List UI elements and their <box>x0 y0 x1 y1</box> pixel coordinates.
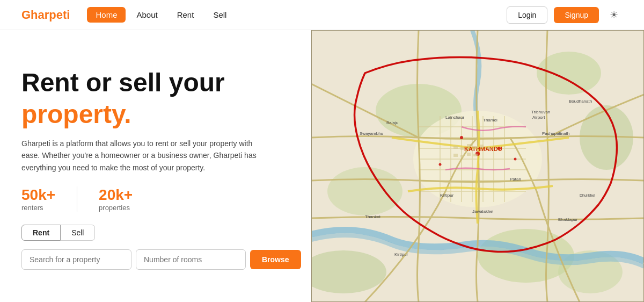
svg-rect-45 <box>453 146 458 149</box>
nav-sell[interactable]: Sell <box>204 7 235 23</box>
map-svg: KATHMANDU Pashupatinath Boudhanath Swaya… <box>311 30 644 302</box>
nav-about[interactable]: About <box>128 7 166 23</box>
svg-point-28 <box>514 158 517 161</box>
svg-rect-48 <box>473 146 478 149</box>
hero-title-line2: property. <box>21 99 290 129</box>
svg-text:Thankot: Thankot <box>365 214 381 219</box>
hero-title-line1: Rent or sell your <box>21 68 290 97</box>
login-button[interactable]: Login <box>507 6 547 24</box>
svg-point-25 <box>460 136 463 139</box>
svg-point-5 <box>327 167 402 215</box>
map-panel: KATHMANDU Pashupatinath Boudhanath Swaya… <box>311 30 644 302</box>
svg-rect-47 <box>467 144 471 147</box>
svg-rect-51 <box>453 154 458 157</box>
svg-text:Dhulikhel: Dhulikhel <box>580 193 595 197</box>
svg-text:Pashupatinath: Pashupatinath <box>542 131 569 136</box>
stat-renters-number: 50k+ <box>21 186 55 204</box>
svg-rect-49 <box>480 145 484 148</box>
svg-text:Swayambhu: Swayambhu <box>360 131 383 136</box>
svg-text:Jawalakhel: Jawalakhel <box>472 209 494 214</box>
search-bar: Browse <box>21 249 279 270</box>
svg-rect-50 <box>487 147 491 149</box>
tab-rent[interactable]: Rent <box>21 225 61 241</box>
stat-renters: 50k+ renters <box>21 186 55 212</box>
svg-text:Boudhanath: Boudhanath <box>569 99 592 104</box>
navbar: Gharpeti Home About Rent Sell Login Sign… <box>0 0 644 30</box>
theme-toggle-button[interactable]: ☀ <box>605 6 623 24</box>
svg-text:Airport: Airport <box>532 115 545 120</box>
map-container: KATHMANDU Pashupatinath Boudhanath Swaya… <box>311 30 644 302</box>
stats-container: 50k+ renters 20k+ properties <box>21 186 290 212</box>
svg-rect-53 <box>467 153 471 156</box>
svg-text:Thamel: Thamel <box>483 118 497 123</box>
svg-text:Tribhuvan: Tribhuvan <box>531 110 550 114</box>
nav-right: Login Signup ☀ <box>507 6 623 24</box>
left-panel: Rent or sell your property. Gharpeti is … <box>0 30 311 302</box>
svg-rect-46 <box>460 147 464 150</box>
browse-button[interactable]: Browse <box>250 250 301 269</box>
svg-rect-52 <box>460 155 464 157</box>
nav-home[interactable]: Home <box>87 7 126 23</box>
stat-properties-label: properties <box>99 204 133 212</box>
search-property-input[interactable] <box>21 249 131 270</box>
stat-properties: 20k+ properties <box>99 186 133 212</box>
svg-text:Patan: Patan <box>510 177 521 182</box>
hero-description: Gharpeti is a platform that allows you t… <box>21 138 258 174</box>
svg-text:Bhaktapur: Bhaktapur <box>558 217 578 222</box>
main-content: Rent or sell your property. Gharpeti is … <box>0 30 644 302</box>
svg-text:Kirtipur: Kirtipur <box>394 252 408 257</box>
nav-rent[interactable]: Rent <box>169 7 203 23</box>
stat-divider <box>77 186 77 212</box>
brand-logo[interactable]: Gharpeti <box>21 8 70 22</box>
rent-sell-tabs: Rent Sell <box>21 225 290 241</box>
tab-sell[interactable]: Sell <box>61 225 95 241</box>
stat-properties-number: 20k+ <box>99 186 133 204</box>
signup-button[interactable]: Signup <box>554 7 599 23</box>
rooms-input[interactable] <box>136 249 246 270</box>
svg-point-27 <box>439 163 442 166</box>
svg-rect-54 <box>473 154 478 156</box>
svg-text:Lainchaur: Lainchaur <box>445 115 464 120</box>
stat-renters-label: renters <box>21 204 55 212</box>
nav-links: Home About Rent Sell <box>87 7 507 23</box>
svg-text:Balaju: Balaju <box>386 120 398 125</box>
svg-text:Kirtipur: Kirtipur <box>440 193 454 198</box>
